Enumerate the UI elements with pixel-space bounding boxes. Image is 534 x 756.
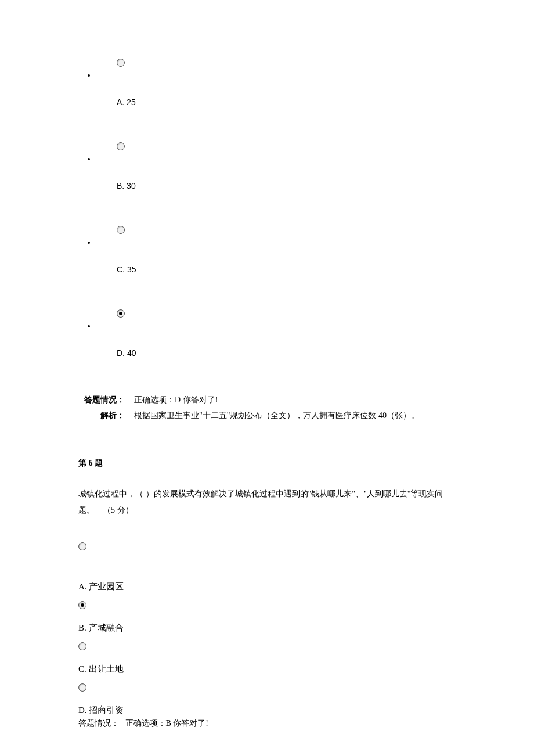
- q6-radio-D[interactable]: [78, 683, 86, 692]
- bullet-icon: [88, 325, 90, 327]
- q5-analysis-value: 根据国家卫生事业"十二五"规划公布（全文），万人拥有医疗床位数 40（张）。: [125, 408, 456, 424]
- q6-result-value: 正确选项：B 你答对了!: [125, 719, 209, 728]
- q6-header: 第 6 题: [78, 458, 456, 469]
- q6-result: 答题情况： 正确选项：B 你答对了!: [78, 718, 456, 729]
- q5-result-value: 正确选项：D 你答对了!: [125, 393, 456, 408]
- option-A: A. 25: [96, 58, 456, 107]
- option-B-label: B. 30: [117, 181, 456, 190]
- q6-option-B: B. 产城融合: [78, 622, 456, 633]
- q6-radio-C[interactable]: [78, 642, 86, 650]
- option-C-label: C. 35: [117, 265, 456, 274]
- q6-option-C: C. 出让土地: [78, 664, 456, 675]
- q6-result-label: 答题情况：: [78, 719, 119, 728]
- option-D: D. 40: [96, 309, 456, 358]
- option-C: C. 35: [96, 225, 456, 274]
- radio-A[interactable]: [117, 59, 125, 67]
- bullet-icon: [88, 242, 90, 244]
- radio-D[interactable]: [117, 309, 125, 318]
- bullet-icon: [88, 158, 90, 160]
- option-D-label: D. 40: [117, 348, 456, 358]
- q5-analysis-label: 解析：: [78, 408, 125, 424]
- radio-B[interactable]: [117, 142, 125, 150]
- bullet-icon: [88, 74, 90, 77]
- option-A-label: A. 25: [117, 98, 456, 107]
- q6-option-A: A. 产业园区: [78, 581, 456, 592]
- q6-score: （5 分）: [103, 506, 134, 514]
- q6-option-D: D. 招商引资: [78, 705, 456, 716]
- q6-radio-A[interactable]: [78, 542, 86, 550]
- q6-text: 城镇化过程中，（ ）的发展模式有效解决了城镇化过程中遇到的"钱从哪儿来"、"人到…: [78, 486, 456, 519]
- q6-radio-B[interactable]: [78, 601, 86, 609]
- option-B: B. 30: [96, 142, 456, 190]
- radio-C[interactable]: [117, 226, 125, 234]
- q5-result-label: 答题情况：: [78, 393, 125, 408]
